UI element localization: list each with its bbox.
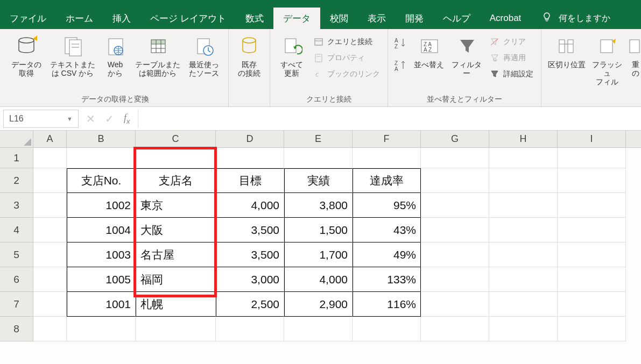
col-header-B[interactable]: B [67,131,136,147]
tab-file[interactable]: ファイル [0,8,56,29]
cell-H7[interactable] [489,292,558,317]
cell-I4[interactable] [558,218,626,242]
row-header-6[interactable]: 6 [0,267,33,292]
from-table-range-button[interactable]: テーブルまた は範囲から [133,32,182,77]
tab-formulas[interactable]: 数式 [236,8,273,29]
col-header-I[interactable]: I [558,131,626,147]
cell-B1[interactable] [67,148,136,168]
sort-za-icon[interactable]: ZA [393,59,408,74]
clear-filter-button[interactable]: クリア [487,35,536,48]
tab-home[interactable]: ホーム [56,8,103,29]
cell-D2[interactable]: 目標 [216,168,284,193]
cell-B7[interactable]: 1001 [67,292,136,317]
cell-G2[interactable] [421,168,489,193]
cell-E1[interactable] [284,148,353,168]
remove-duplicates-button[interactable]: 重 の [628,32,641,77]
fx-icon[interactable]: fx [124,112,130,125]
properties-button[interactable]: プロパティ [311,52,382,65]
cell-F4[interactable]: 43% [353,218,421,242]
cell-I6[interactable] [558,267,626,292]
flash-fill-button[interactable]: フラッシュ フィル [590,32,624,86]
row-header-8[interactable]: 8 [0,317,33,341]
tab-insert[interactable]: 挿入 [103,8,140,29]
cell-B5[interactable]: 1003 [67,242,136,267]
cell-D3[interactable]: 4,000 [216,193,284,218]
cell-F5[interactable]: 49% [353,242,421,267]
tab-page-layout[interactable]: ページ レイアウト [140,8,236,29]
name-box[interactable]: L16 ▼ [3,110,79,128]
col-header-C[interactable]: C [136,131,216,147]
cell-A5[interactable] [33,242,67,267]
sort-button[interactable]: Z AA Z 並べ替え [412,32,446,69]
cell-C6[interactable]: 福岡 [136,267,216,292]
get-data-button[interactable]: データの 取得 [8,32,45,77]
col-header-E[interactable]: E [284,131,353,147]
cell-F6[interactable]: 133% [353,267,421,292]
cell-B3[interactable]: 1002 [67,193,136,218]
cell-A3[interactable] [33,193,67,218]
cell-E6[interactable]: 4,000 [284,267,353,292]
cell-C2[interactable]: 支店名 [136,168,216,193]
queries-connections-button[interactable]: クエリと接続 [311,35,382,48]
tab-review[interactable]: 校閲 [320,8,358,29]
tab-developer[interactable]: 開発 [396,8,433,29]
cell-E2[interactable]: 実績 [284,168,353,193]
filter-button[interactable]: フィルター [449,32,484,77]
col-header-G[interactable]: G [421,131,489,147]
cell-I1[interactable] [558,148,626,168]
cell-A8[interactable] [33,317,67,341]
cell-A6[interactable] [33,267,67,292]
cell-I3[interactable] [558,193,626,218]
cell-I8[interactable] [558,317,626,341]
cell-G5[interactable] [421,242,489,267]
cell-D7[interactable]: 2,500 [216,292,284,317]
tab-data[interactable]: データ [273,8,320,29]
row-header-4[interactable]: 4 [0,218,33,242]
cell-I5[interactable] [558,242,626,267]
cell-C8[interactable] [136,317,216,341]
cell-G4[interactable] [421,218,489,242]
row-header-1[interactable]: 1 [0,148,33,168]
cell-D8[interactable] [216,317,284,341]
cell-H1[interactable] [489,148,558,168]
tab-acrobat[interactable]: Acrobat [480,8,531,29]
sort-az-icon[interactable]: AZ [393,37,408,52]
cell-B6[interactable]: 1005 [67,267,136,292]
from-text-csv-button[interactable]: テキストまた は CSV から [48,32,97,77]
reapply-filter-button[interactable]: 再適用 [487,52,536,65]
cell-E8[interactable] [284,317,353,341]
cell-F8[interactable] [353,317,421,341]
cell-D5[interactable]: 3,500 [216,242,284,267]
row-header-2[interactable]: 2 [0,168,33,193]
cell-H8[interactable] [489,317,558,341]
existing-connections-button[interactable]: 既存 の接続 [234,32,264,77]
row-header-5[interactable]: 5 [0,242,33,267]
enter-icon[interactable]: ✓ [105,112,114,125]
cell-C3[interactable]: 東京 [136,193,216,218]
advanced-filter-button[interactable]: 詳細設定 [487,68,536,81]
cell-G6[interactable] [421,267,489,292]
cell-F7[interactable]: 116% [353,292,421,317]
cell-F3[interactable]: 95% [353,193,421,218]
cell-C7[interactable]: 札幌 [136,292,216,317]
cell-F2[interactable]: 達成率 [353,168,421,193]
cell-C4[interactable]: 大阪 [136,218,216,242]
col-header-A[interactable]: A [33,131,67,147]
cell-H3[interactable] [489,193,558,218]
col-header-D[interactable]: D [216,131,284,147]
workbook-links-button[interactable]: ブックのリンク [311,68,382,81]
row-header-3[interactable]: 3 [0,193,33,218]
col-header-H[interactable]: H [489,131,558,147]
cell-A4[interactable] [33,218,67,242]
name-box-dropdown-icon[interactable]: ▼ [67,116,73,122]
formula-input[interactable] [138,110,641,128]
recent-sources-button[interactable]: 最近使っ たソース [185,32,223,77]
col-header-F[interactable]: F [353,131,421,147]
cell-G3[interactable] [421,193,489,218]
cell-B2[interactable]: 支店No. [67,168,136,193]
cell-C1[interactable] [136,148,216,168]
cell-G7[interactable] [421,292,489,317]
refresh-all-button[interactable]: すべて 更新 [276,32,308,77]
cell-H5[interactable] [489,242,558,267]
from-web-button[interactable]: Web から [100,32,130,77]
